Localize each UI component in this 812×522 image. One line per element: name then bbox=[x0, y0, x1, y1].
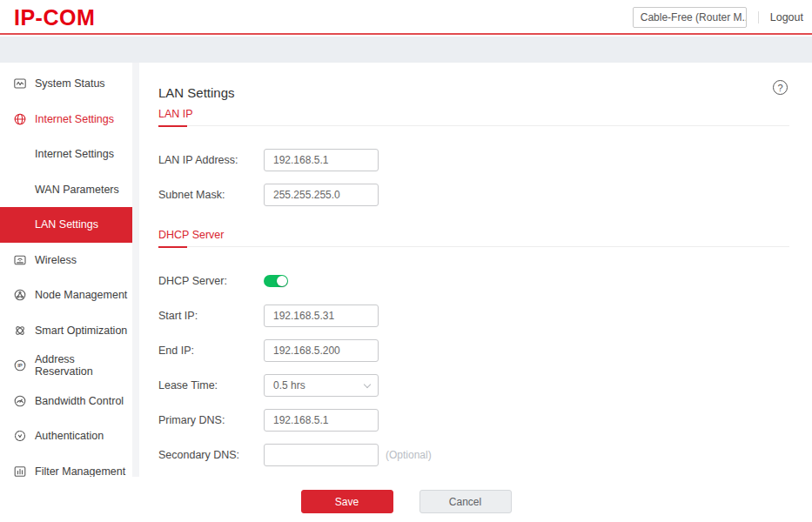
field-label: LAN IP Address: bbox=[158, 154, 264, 166]
field-label: Primary DNS: bbox=[158, 414, 264, 426]
sidebar-content-divider bbox=[132, 63, 139, 477]
sidebar-item-label: Internet Settings bbox=[35, 148, 114, 160]
authentication-icon bbox=[13, 429, 27, 443]
sidebar-item-label: Node Management bbox=[35, 289, 127, 301]
node-management-icon bbox=[13, 288, 27, 302]
lan-ip-address-input[interactable] bbox=[264, 149, 379, 171]
sidebar-item-smart-optimization[interactable]: Smart Optimization bbox=[0, 313, 132, 349]
sidebar-item-internet-settings-sub[interactable]: Internet Settings bbox=[0, 137, 132, 172]
form-row-lease-time: Lease Time: 0.5 hrs bbox=[158, 374, 789, 397]
form-row-lan-ip-address: LAN IP Address: bbox=[158, 149, 789, 171]
mode-dropdown-value: Cable-Free (Router M... bbox=[641, 11, 747, 23]
form-row-subnet-mask: Subnet Mask: bbox=[158, 184, 789, 206]
save-button[interactable]: Save bbox=[301, 490, 393, 513]
sidebar-item-label: System Status bbox=[35, 77, 105, 90]
secondary-dns-input[interactable] bbox=[264, 444, 379, 466]
mode-dropdown[interactable]: Cable-Free (Router M... bbox=[633, 7, 747, 28]
chevron-down-icon bbox=[364, 380, 371, 387]
sidebar-item-node-management[interactable]: Node Management bbox=[0, 278, 132, 313]
sidebar-item-bandwidth-control[interactable]: Bandwidth Control bbox=[0, 384, 132, 419]
sidebar-item-wireless[interactable]: Wireless bbox=[0, 243, 132, 278]
lease-time-select[interactable]: 0.5 hrs bbox=[264, 374, 379, 397]
sidebar-item-lan-settings[interactable]: LAN Settings bbox=[0, 207, 132, 243]
section-tab-dhcp-server: DHCP Server bbox=[158, 229, 789, 247]
sidebar-item-label: Wireless bbox=[35, 254, 77, 266]
optional-hint: (Optional) bbox=[386, 449, 432, 461]
smart-optimization-icon bbox=[13, 324, 27, 338]
form-row-primary-dns: Primary DNS: bbox=[158, 409, 789, 432]
cancel-button[interactable]: Cancel bbox=[419, 490, 512, 513]
sidebar-item-label: Bandwidth Control bbox=[35, 395, 124, 407]
sidebar-item-label: Filter Management bbox=[35, 465, 125, 477]
sidebar-item-wan-parameters[interactable]: WAN Parameters bbox=[0, 172, 132, 208]
address-reservation-icon: IP bbox=[13, 358, 27, 372]
sidebar-item-authentication[interactable]: Authentication bbox=[0, 418, 132, 454]
field-label: Secondary DNS: bbox=[158, 449, 264, 461]
main-content: ? LAN Settings LAN IP LAN IP Address: Su… bbox=[139, 63, 812, 477]
primary-dns-input[interactable] bbox=[264, 409, 379, 432]
action-footer: Save Cancel bbox=[0, 477, 812, 522]
sidebar-item-label: Address Reservation bbox=[35, 353, 132, 378]
logout-button[interactable]: Logout bbox=[770, 11, 803, 23]
bandwidth-control-icon bbox=[13, 394, 27, 408]
sidebar-item-internet-settings-parent[interactable]: Internet Settings bbox=[0, 102, 132, 137]
sidebar-item-label: LAN Settings bbox=[35, 218, 98, 231]
sidebar-item-system-status[interactable]: System Status bbox=[0, 66, 132, 102]
sidebar-item-label: Authentication bbox=[35, 430, 104, 442]
end-ip-input[interactable] bbox=[264, 339, 379, 362]
field-label: End IP: bbox=[158, 345, 264, 357]
sidebar-item-label: Internet Settings bbox=[35, 113, 114, 125]
form-row-end-ip: End IP: bbox=[158, 339, 789, 362]
form-row-start-ip: Start IP: bbox=[158, 304, 789, 327]
sidebar-item-filter-management[interactable]: Filter Management bbox=[0, 454, 132, 478]
subnet-mask-input[interactable] bbox=[264, 184, 379, 206]
dhcp-server-toggle[interactable] bbox=[264, 275, 288, 287]
sidebar-item-label: Smart Optimization bbox=[35, 325, 127, 337]
system-status-icon bbox=[13, 77, 27, 90]
ipcom-logo: IP-COM bbox=[14, 0, 95, 35]
sidebar-item-address-reservation[interactable]: IP Address Reservation bbox=[0, 348, 132, 384]
svg-text:IP: IP bbox=[17, 363, 23, 368]
header-divider bbox=[758, 11, 759, 23]
filter-management-icon bbox=[13, 465, 27, 477]
start-ip-input[interactable] bbox=[264, 304, 379, 327]
wireless-icon bbox=[13, 253, 27, 267]
internet-settings-icon bbox=[13, 112, 27, 126]
sidebar-nav: System Status Internet Settings Internet… bbox=[0, 63, 132, 477]
field-label: Start IP: bbox=[158, 310, 264, 322]
section-tab-lan-ip: LAN IP bbox=[158, 108, 789, 126]
header-controls: Cable-Free (Router M... Logout bbox=[633, 0, 803, 35]
sidebar-item-label: WAN Parameters bbox=[35, 184, 119, 196]
form-row-dhcp-server: DHCP Server: bbox=[158, 270, 789, 292]
lease-time-value: 0.5 hrs bbox=[273, 379, 305, 392]
field-label: Subnet Mask: bbox=[158, 189, 264, 201]
page-title: LAN Settings bbox=[158, 63, 789, 101]
form-row-secondary-dns: Secondary DNS: (Optional) bbox=[158, 444, 789, 466]
field-label: DHCP Server: bbox=[158, 275, 264, 287]
help-icon[interactable]: ? bbox=[773, 80, 788, 95]
gray-band bbox=[0, 37, 812, 63]
top-header: IP-COM Cable-Free (Router M... Logout bbox=[0, 0, 812, 35]
field-label: Lease Time: bbox=[158, 379, 264, 392]
toggle-knob bbox=[277, 276, 287, 286]
